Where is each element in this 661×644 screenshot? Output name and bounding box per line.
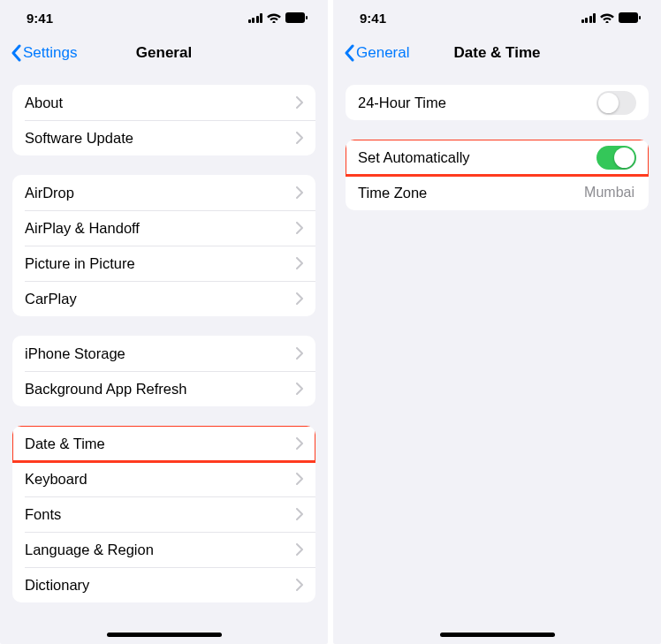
row-dictionary[interactable]: Dictionary [12,567,315,602]
chevron-right-icon [296,579,303,591]
row-label: AirPlay & Handoff [25,220,296,237]
status-bar: 9:41 [333,0,661,35]
chevron-right-icon [296,186,303,199]
page-title: Date & Time [454,44,541,62]
row-label: Dictionary [25,577,296,594]
battery-icon [619,12,642,23]
row-label: CarPlay [25,291,296,307]
row-carplay[interactable]: CarPlay [12,281,315,316]
row-label: Keyboard [25,471,296,488]
chevron-right-icon [296,473,303,485]
row-about[interactable]: About [12,85,315,120]
back-button[interactable]: General [344,44,409,62]
chevron-right-icon [296,222,303,234]
row-label: Date & Time [25,436,296,452]
row-label: AirDrop [25,185,296,201]
svg-rect-3 [639,16,641,19]
settings-list[interactable]: About Software Update AirDrop AirPlay & … [0,71,328,644]
home-indicator[interactable] [440,633,555,637]
back-button[interactable]: Settings [11,44,77,62]
group-airdrop: AirDrop AirPlay & Handoff Picture in Pic… [12,175,315,316]
chevron-right-icon [296,383,303,395]
cellular-icon [248,13,263,23]
settings-list[interactable]: 24-Hour Time Set Automatically Time Zone… [333,71,661,644]
row-pip[interactable]: Picture in Picture [12,246,315,281]
back-label: General [356,44,409,62]
chevron-right-icon [296,96,303,109]
group-about: About Software Update [12,85,315,155]
row-time-zone[interactable]: Time Zone Mumbai [346,175,649,210]
chevron-right-icon [296,437,303,450]
row-label: Background App Refresh [25,381,296,398]
chevron-left-icon [344,44,354,62]
chevron-right-icon [296,347,303,360]
row-software-update[interactable]: Software Update [12,120,315,155]
back-label: Settings [23,44,77,62]
row-label: 24-Hour Time [358,95,596,111]
status-time: 9:41 [27,11,53,26]
row-value: Mumbai [584,185,634,201]
wifi-icon [267,12,281,23]
group-24h: 24-Hour Time [346,85,649,120]
group-storage: iPhone Storage Background App Refresh [12,336,315,406]
chevron-right-icon [296,132,303,144]
status-icons [581,12,642,23]
row-label: iPhone Storage [25,345,296,362]
home-indicator[interactable] [107,633,222,637]
toggle-24-hour[interactable] [596,91,636,115]
row-airplay[interactable]: AirPlay & Handoff [12,210,315,246]
toggle-set-automatically[interactable] [596,146,636,170]
battery-icon [285,12,308,23]
svg-rect-1 [306,16,308,19]
phone-general: 9:41 Settings General About Software Upd… [0,0,328,644]
svg-rect-0 [285,12,305,23]
svg-rect-2 [619,12,638,23]
row-keyboard[interactable]: Keyboard [12,461,315,496]
chevron-right-icon [296,543,303,556]
status-icons [248,12,309,23]
row-set-automatically[interactable]: Set Automatically [346,140,649,175]
row-24-hour-time[interactable]: 24-Hour Time [346,85,649,120]
row-date-time[interactable]: Date & Time [12,426,315,461]
cellular-icon [581,13,596,23]
row-iphone-storage[interactable]: iPhone Storage [12,336,315,371]
nav-bar: Settings General [0,35,328,71]
row-label: Set Automatically [358,149,596,166]
status-bar: 9:41 [0,0,328,35]
row-fonts[interactable]: Fonts [12,496,315,532]
row-label: About [25,95,296,111]
row-label: Language & Region [25,542,296,558]
row-label: Time Zone [358,185,584,201]
row-language-region[interactable]: Language & Region [12,532,315,567]
row-bg-refresh[interactable]: Background App Refresh [12,371,315,406]
group-auto-tz: Set Automatically Time Zone Mumbai [346,140,649,210]
row-label: Fonts [25,506,296,523]
phone-date-time: 9:41 General Date & Time 24-Hour Time Se… [333,0,661,644]
chevron-right-icon [296,257,303,269]
row-label: Software Update [25,130,296,147]
page-title: General [136,44,192,62]
chevron-right-icon [296,292,303,305]
status-time: 9:41 [360,11,386,26]
group-date-time: Date & Time Keyboard Fonts Language & Re… [12,426,315,602]
chevron-right-icon [296,508,303,520]
wifi-icon [600,12,614,23]
row-label: Picture in Picture [25,255,296,272]
row-airdrop[interactable]: AirDrop [12,175,315,210]
nav-bar: General Date & Time [333,35,661,71]
chevron-left-icon [11,44,21,62]
